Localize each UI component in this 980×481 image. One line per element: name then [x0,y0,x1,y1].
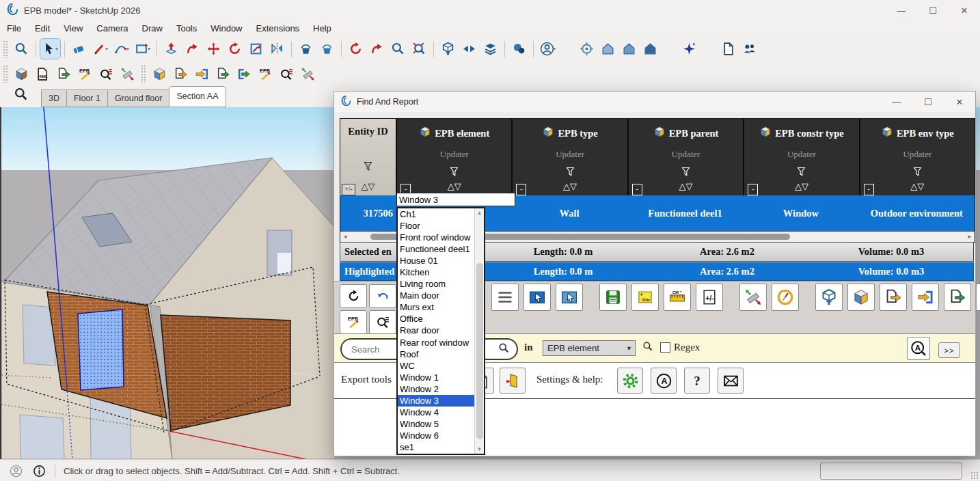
dropdown-item[interactable]: Kitchen [398,266,484,278]
dropdown-item[interactable]: House 01 [398,255,484,266]
select-tool-icon[interactable]: ▾ [40,39,60,59]
search-scope-icon[interactable] [642,341,653,355]
dropdown-item[interactable]: Floor [398,220,484,232]
zoom-extents-icon[interactable] [409,39,429,59]
xml-export-icon[interactable] [54,64,74,84]
scroll-left-icon[interactable]: ◄ [340,232,350,241]
deselect-highlight-icon[interactable] [556,284,583,311]
help-icon[interactable] [684,368,710,394]
get-models-icon[interactable] [438,39,458,59]
epb-element-dropdown-list[interactable]: Ch1FloorFront roof windowFunctioneel dee… [396,207,485,455]
scene-tab[interactable]: Ground floor [107,90,169,107]
dropdown-item[interactable]: Office [398,313,484,325]
layers-export-icon[interactable] [480,39,500,59]
menu-item[interactable]: Extensions [249,22,307,35]
select-highlight-icon[interactable] [523,284,551,311]
report-export-icon[interactable] [171,64,191,84]
data-export-green-icon[interactable] [234,64,254,84]
cell-epb-constr-type[interactable]: Window [743,208,858,219]
font-search-button[interactable] [907,337,930,360]
scroll-right-icon[interactable]: ► [965,232,975,241]
cell-epb-parent[interactable]: Functioneel deel1 [627,208,743,219]
left-lower-window-2[interactable] [20,415,64,459]
measurements-input[interactable] [820,463,962,480]
epb-edit-icon[interactable] [256,64,275,84]
dropdown-item[interactable]: Rear door [398,325,484,336]
filter-funnel-icon[interactable] [449,166,459,180]
menu-item[interactable]: Camera [90,22,135,35]
filter-funnel-icon[interactable] [565,166,575,180]
new-file-icon[interactable] [718,39,738,59]
filter-funnel-icon[interactable] [796,166,806,180]
search-icon[interactable] [498,342,510,357]
info-icon[interactable] [31,463,46,478]
menu-item[interactable]: View [57,22,90,35]
remove-filter-button[interactable]: - [748,184,758,195]
section-display-icon[interactable] [598,39,618,59]
search-scenes-icon[interactable] [14,87,29,105]
epb-measure2-icon[interactable] [298,64,318,84]
sort-arrows[interactable]: △▽ [744,181,858,192]
account-icon[interactable]: ▾ [538,39,558,59]
cell-epb-env-type[interactable]: Outdoor environment [859,208,975,219]
dropdown-caret-icon[interactable]: ▾ [148,46,150,52]
report-export-icon[interactable] [880,284,907,311]
dropdown-caret-icon[interactable]: ▾ [553,46,556,52]
mirror-tool-icon[interactable] [267,39,287,59]
dropdown-item[interactable]: Roof [398,348,484,360]
column-header-epb-parent[interactable]: EPB parent Updater △▽ - [627,119,743,195]
dropdown-scrollbar[interactable]: ▲ ▼ [474,208,484,454]
xml-open-icon[interactable] [33,64,53,84]
section-cut-icon[interactable] [619,39,639,59]
zoom-tool-icon[interactable] [388,39,408,59]
dropdown-item[interactable]: Front roof window [398,232,484,243]
collaborate-icon[interactable] [739,39,759,59]
dropdown-item[interactable]: se1 [398,441,484,453]
dropdown-item[interactable]: Functioneel deel1 [398,243,484,255]
regex-checkbox[interactable] [660,342,670,353]
scene-tab[interactable]: 3D [41,90,66,107]
refresh-icon[interactable] [340,284,367,308]
dialog-minimize-button[interactable]: — [881,92,912,112]
epb-find-icon[interactable] [369,310,396,334]
dropdown-item[interactable]: Window 6 [398,430,484,441]
geolocation-icon[interactable] [8,463,23,478]
paint-bucket-icon[interactable] [317,39,337,59]
filter-funnel-icon[interactable] [912,166,923,180]
pushpull-tool-icon[interactable] [161,39,181,59]
dropdown-item[interactable]: WC [398,360,484,372]
zoom-window-icon[interactable] [12,39,31,59]
chat-icon[interactable] [509,39,529,59]
mail-icon[interactable] [718,368,744,394]
scene-tab[interactable]: Section AA [169,86,226,107]
report-import-icon[interactable] [912,284,939,311]
dialog-maximize-button[interactable]: ☐ [912,92,944,112]
doc-export-green-icon[interactable] [944,284,971,311]
cell-epb-type[interactable]: Wall [511,208,627,219]
column-header-epb-env-type[interactable]: EPB env type Updater △▽ - [859,119,975,195]
export-gold-sheet-icon[interactable] [500,368,526,394]
cell-entity-id[interactable]: 317506 [340,208,396,219]
epb-inspect-icon[interactable] [96,64,116,84]
scroll-down-icon[interactable]: ▼ [475,445,484,454]
remove-filter-button[interactable]: - [864,184,874,195]
dropdown-item[interactable]: Ch1 [398,208,484,220]
sort-arrows[interactable]: △▽ [629,181,743,192]
epb-inspect2-icon[interactable] [277,64,297,84]
epb-cube-icon[interactable] [150,64,169,84]
section-fill-icon[interactable] [640,39,660,59]
compass-icon[interactable] [772,284,799,311]
dropdown-item[interactable]: Window 4 [398,407,484,418]
scroll-up-icon[interactable]: ▲ [475,208,484,217]
selected-window[interactable] [78,310,124,390]
menu-item[interactable]: Draw [135,22,169,35]
dropdown-caret-icon[interactable]: ▾ [105,46,108,52]
expand-collapse-button[interactable]: +/- [342,184,355,195]
plus-minus-icon[interactable] [696,284,723,311]
orbit-tool-icon[interactable] [346,39,366,59]
menu-item[interactable]: Edit [28,22,57,35]
dropdown-caret-icon[interactable]: ▾ [55,46,58,52]
measure-scale-icon[interactable] [739,284,767,311]
menu-item[interactable]: Window [204,22,249,35]
epb-cube-icon[interactable] [847,284,875,311]
